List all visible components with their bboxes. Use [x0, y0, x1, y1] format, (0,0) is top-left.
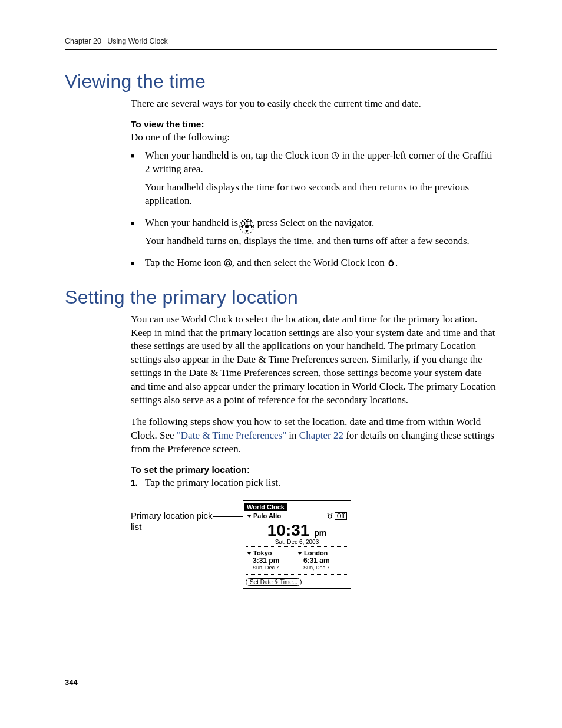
- primary-date: Sat, Dec 6, 2003: [243, 539, 351, 545]
- primary-location-picklist[interactable]: Palo Alto: [247, 512, 281, 519]
- bullet-sub: Your handheld displays the time for two …: [145, 181, 497, 208]
- svg-point-8: [390, 262, 393, 265]
- svg-marker-5: [251, 225, 253, 228]
- secondary-time: 3:31 pm: [247, 556, 297, 565]
- secondary-time: 6:31 am: [297, 556, 348, 565]
- bullet-item: ■ When your handheld is on, tap the Cloc…: [131, 149, 497, 176]
- body-paragraph: The following steps show you how to set …: [131, 416, 497, 456]
- bullet-item: ■ When your handheld is off, press Selec…: [131, 216, 497, 230]
- clock-icon: [331, 151, 339, 160]
- secondary-date: Sun, Dec 7: [247, 565, 297, 571]
- chevron-down-icon: [247, 552, 252, 555]
- figure: Primary location pick list World Clock P…: [131, 500, 497, 589]
- navigator-icon: [237, 216, 257, 236]
- numbered-step: 1. Tap the primary location pick list.: [131, 476, 497, 490]
- primary-time: 10:31 pm: [243, 520, 351, 539]
- procedure-heading: To set the primary location:: [131, 465, 497, 475]
- svg-marker-3: [246, 230, 249, 233]
- procedure-lead: Do one of the following:: [131, 131, 497, 144]
- xref-chapter-22[interactable]: Chapter 22: [299, 430, 343, 441]
- bullet-item: ■ Tap the Home icon , and then select th…: [131, 256, 497, 270]
- procedure-heading: To view the time:: [131, 119, 497, 130]
- bullet-mark-icon: ■: [131, 256, 145, 270]
- bullet-text: When your handheld is off, press Select …: [145, 216, 497, 230]
- secondary-city-picklist[interactable]: London: [297, 549, 348, 556]
- xref-date-time-preferences[interactable]: "Date & Time Preferences": [177, 430, 286, 441]
- divider: [246, 574, 348, 575]
- page-number: 344: [65, 678, 78, 687]
- alarm-control[interactable]: Off: [327, 512, 347, 520]
- svg-point-1: [245, 225, 249, 228]
- bullet-mark-icon: ■: [131, 149, 145, 176]
- app-title: World Clock: [244, 503, 287, 511]
- callout-leader-line: [213, 516, 243, 517]
- alarm-icon: [327, 513, 333, 519]
- secondary-date: Sun, Dec 7: [297, 565, 348, 571]
- bullet-text: When your handheld is on, tap the Clock …: [145, 149, 497, 176]
- world-clock-screenshot: World Clock Palo Alto Off 10:31 pm Sat, …: [243, 500, 351, 589]
- step-text: Tap the primary location pick list.: [145, 476, 497, 490]
- home-icon: [224, 259, 232, 267]
- svg-marker-4: [240, 225, 243, 228]
- header-rule: [65, 49, 497, 50]
- section-heading-setting: Setting the primary location: [65, 286, 497, 308]
- intro-paragraph: There are several ways for you to easily…: [131, 97, 497, 111]
- svg-marker-2: [246, 220, 249, 222]
- secondary-city-picklist[interactable]: Tokyo: [247, 549, 297, 556]
- secondary-location: London 6:31 am Sun, Dec 7: [297, 549, 348, 571]
- chapter-label: Chapter 20: [65, 37, 101, 45]
- bullet-mark-icon: ■: [131, 216, 145, 230]
- callout-label: Primary location pick list: [131, 500, 213, 533]
- chapter-title: Using World Clock: [107, 37, 168, 45]
- running-header: Chapter 20 Using World Clock: [65, 37, 497, 49]
- set-date-time-button[interactable]: Set Date & Time...: [246, 578, 302, 586]
- secondary-location: Tokyo 3:31 pm Sun, Dec 7: [247, 549, 297, 571]
- step-number: 1.: [131, 476, 145, 490]
- body-paragraph: You can use World Clock to select the lo…: [131, 313, 497, 408]
- section-heading-viewing: Viewing the time: [65, 71, 497, 93]
- divider: [246, 546, 348, 547]
- bullet-sub: Your handheld turns on, displays the tim…: [145, 235, 497, 248]
- bullet-text: Tap the Home icon , and then select the …: [145, 256, 497, 270]
- chevron-down-icon: [297, 552, 302, 555]
- chevron-down-icon: [247, 515, 252, 518]
- world-clock-icon: [387, 259, 395, 267]
- svg-point-9: [328, 515, 332, 518]
